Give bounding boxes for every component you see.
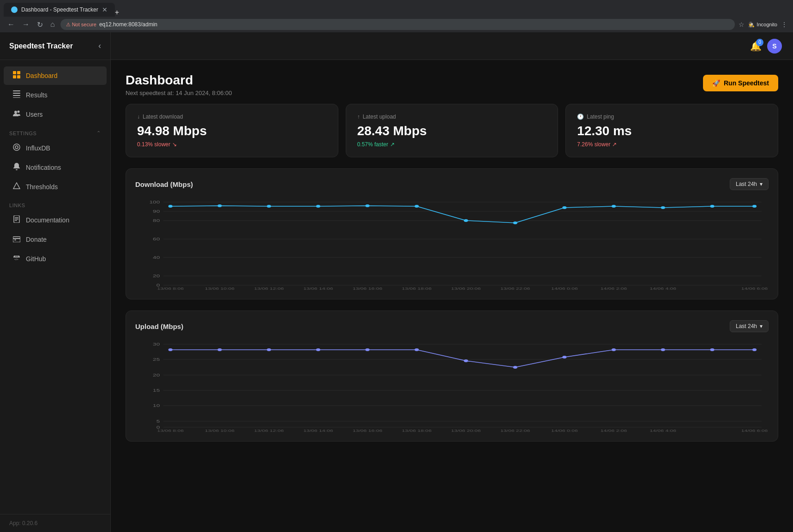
notifications-button[interactable]: 🔔 0 xyxy=(750,41,762,52)
sidebar-item-influxdb[interactable]: InfluxDB xyxy=(4,139,107,157)
sidebar-item-users[interactable]: Users xyxy=(4,105,107,124)
top-right-actions: 🔔 0 S xyxy=(750,39,782,54)
svg-rect-17 xyxy=(13,238,20,239)
svg-text:13/06 22:06: 13/06 22:06 xyxy=(500,429,530,432)
influxdb-icon xyxy=(13,143,20,153)
svg-rect-3 xyxy=(17,75,20,78)
svg-text:13/06 20:06: 13/06 20:06 xyxy=(451,429,481,432)
dashboard-icon xyxy=(13,71,20,80)
sidebar-item-thresholds[interactable]: Thresholds xyxy=(4,178,107,196)
upload-chart-section: Upload (Mbps) Last 24h ▾ xyxy=(126,311,778,442)
sidebar-item-donate[interactable]: Donate xyxy=(4,230,107,249)
svg-point-10 xyxy=(15,146,18,149)
links-section: Links xyxy=(0,197,110,210)
dashboard-label: Dashboard xyxy=(26,72,58,79)
user-avatar[interactable]: S xyxy=(767,39,782,54)
svg-rect-0 xyxy=(13,71,16,74)
run-speedtest-button[interactable]: 🚀 Run Speedtest xyxy=(703,75,778,91)
svg-text:13/06 16:06: 13/06 16:06 xyxy=(353,429,383,432)
upload-chevron-down-icon: ▾ xyxy=(760,323,763,329)
svg-text:14/06 2:06: 14/06 2:06 xyxy=(601,287,627,290)
sidebar-nav: Dashboard Results Users Settings ⌃ xyxy=(0,60,110,514)
svg-point-80 xyxy=(513,366,517,369)
clock-icon: 🕐 xyxy=(577,114,584,120)
bookmark-icon[interactable]: ☆ xyxy=(739,21,745,28)
users-icon xyxy=(13,110,20,119)
users-label: Users xyxy=(26,111,43,118)
svg-text:14/06 6:06: 14/06 6:06 xyxy=(741,287,768,290)
incognito-indicator: 🕵 Incognito xyxy=(748,22,777,28)
svg-rect-13 xyxy=(15,217,18,218)
svg-rect-5 xyxy=(13,93,20,94)
svg-point-45 xyxy=(710,205,714,208)
svg-point-73 xyxy=(168,348,173,351)
new-tab-button[interactable]: + xyxy=(115,8,119,17)
sidebar-item-results[interactable]: Results xyxy=(4,86,107,104)
svg-point-76 xyxy=(316,348,320,351)
sidebar-collapse-button[interactable]: ‹ xyxy=(98,41,101,51)
svg-point-75 xyxy=(267,348,271,351)
svg-point-41 xyxy=(513,221,517,224)
rocket-icon: 🚀 xyxy=(712,79,720,87)
svg-rect-18 xyxy=(14,239,16,240)
upload-chart-container: 30 25 20 15 10 5 0 xyxy=(135,340,769,432)
url-bar[interactable]: ⚠ Not secure eq12.home:8083/admin xyxy=(60,19,735,30)
upload-chart-svg: 30 25 20 15 10 5 0 xyxy=(135,340,769,432)
svg-text:20: 20 xyxy=(153,372,160,377)
forward-button[interactable]: → xyxy=(20,19,31,30)
stats-row: ↓ Latest download 94.98 Mbps 0.13% slowe… xyxy=(111,104,793,168)
menu-icon[interactable]: ⋮ xyxy=(781,21,787,28)
page-title: Dashboard xyxy=(126,73,232,88)
tab-close-button[interactable]: ✕ xyxy=(102,6,108,13)
svg-text:13/06 12:06: 13/06 12:06 xyxy=(254,429,284,432)
documentation-label: Documentation xyxy=(26,216,69,224)
page-subtitle: Next speedtest at: 14 Jun 2024, 8:06:00 xyxy=(126,90,232,96)
svg-text:25: 25 xyxy=(153,357,160,361)
browser-toolbar: ← → ↻ ⌂ ⚠ Not secure eq12.home:8083/admi… xyxy=(0,17,793,32)
svg-point-44 xyxy=(661,206,665,209)
upload-chart-header: Upload (Mbps) Last 24h ▾ xyxy=(135,320,769,332)
svg-point-82 xyxy=(612,348,616,351)
reload-button[interactable]: ↻ xyxy=(35,19,45,30)
svg-text:40: 40 xyxy=(153,255,160,259)
svg-point-9 xyxy=(18,111,20,113)
page-header: Dashboard Next speedtest at: 14 Jun 2024… xyxy=(111,60,793,104)
svg-rect-14 xyxy=(15,219,18,220)
notification-badge: 0 xyxy=(756,39,763,46)
svg-point-74 xyxy=(217,348,222,351)
influxdb-label: InfluxDB xyxy=(26,144,50,152)
active-tab[interactable]: Dashboard - Speedtest Tracker ✕ xyxy=(4,3,115,17)
ping-up-arrow-icon: ↗ xyxy=(612,141,617,148)
upload-chart-title: Upload (Mbps) xyxy=(135,323,183,330)
svg-point-77 xyxy=(365,348,369,351)
download-label: ↓ Latest download xyxy=(137,114,327,120)
back-button[interactable]: ← xyxy=(6,19,17,30)
svg-rect-2 xyxy=(13,75,16,78)
upload-value: 28.43 Mbps xyxy=(357,124,547,138)
sidebar: Speedtest Tracker ‹ Dashboard Results xyxy=(0,32,111,532)
svg-rect-4 xyxy=(13,90,20,91)
sidebar-item-notifications[interactable]: Notifications xyxy=(4,158,107,177)
home-button[interactable]: ⌂ xyxy=(48,19,57,30)
tab-bar: Dashboard - Speedtest Tracker ✕ + xyxy=(0,0,793,17)
documentation-icon xyxy=(13,215,20,225)
svg-point-79 xyxy=(464,359,468,362)
svg-point-8 xyxy=(14,111,17,114)
not-secure-indicator: ⚠ Not secure xyxy=(66,22,96,28)
download-change: 0.13% slower ↘ xyxy=(137,141,327,148)
svg-text:14/06 4:06: 14/06 4:06 xyxy=(650,287,677,290)
upload-label: ↑ Latest upload xyxy=(357,114,547,120)
upload-chart-filter[interactable]: Last 24h ▾ xyxy=(730,320,769,332)
download-chart-header: Download (Mbps) Last 24h ▾ xyxy=(135,178,769,190)
sidebar-item-github[interactable]: </> GitHub xyxy=(4,250,107,268)
app-layout: Speedtest Tracker ‹ Dashboard Results xyxy=(0,32,793,532)
notifications-label: Notifications xyxy=(26,164,61,171)
ping-stat-card: 🕐 Latest ping 12.30 ms 7.26% slower ↗ xyxy=(565,104,778,157)
sidebar-item-dashboard[interactable]: Dashboard xyxy=(4,66,107,85)
browser-right-icons: ☆ 🕵 Incognito ⋮ xyxy=(739,21,787,28)
sidebar-item-documentation[interactable]: Documentation xyxy=(4,211,107,229)
svg-text:20: 20 xyxy=(153,273,160,278)
download-chart-filter[interactable]: Last 24h ▾ xyxy=(730,178,769,190)
tab-favicon xyxy=(11,6,18,13)
svg-text:</>: </> xyxy=(14,258,18,261)
